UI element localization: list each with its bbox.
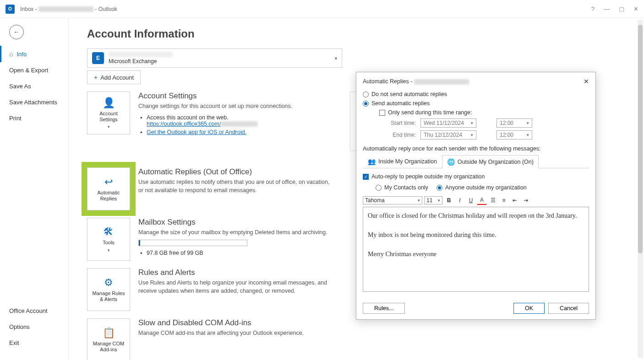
radio-icon <box>437 185 442 191</box>
nav-info[interactable]: ⌂Info <box>0 46 68 62</box>
minimize-icon[interactable]: — <box>604 5 610 12</box>
section-title: Automatic Replies (Out of Office) <box>138 167 335 177</box>
bullet-item: Get the Outlook app for iOS or Android. <box>147 128 335 136</box>
cancel-button[interactable]: Cancel <box>548 303 589 314</box>
title-bar: O Inbox - - Outlook ? — ▢ ✕ <box>0 0 644 18</box>
title-text: Inbox - - Outlook <box>20 6 117 12</box>
font-color-button[interactable]: A <box>477 196 486 205</box>
account-type: Microsoft Exchange <box>109 58 335 64</box>
ok-button[interactable]: OK <box>513 303 545 314</box>
section-title: Rules and Alerts <box>138 268 335 277</box>
section-desc: Change settings for this account or set … <box>138 102 335 111</box>
bullet-item: Access this account on the web.https://o… <box>147 113 335 128</box>
italic-button[interactable]: I <box>455 196 464 205</box>
radio-do-not-send[interactable]: Do not send automatic replies <box>363 90 589 99</box>
radio-icon <box>363 91 369 97</box>
end-date-combo[interactable]: Thu 12/12/2024▾ <box>420 130 476 140</box>
checkbox-icon <box>379 110 385 116</box>
outdent-button[interactable]: ⇤ <box>510 196 519 205</box>
chevron-down-icon: ▾ <box>108 248 110 253</box>
bold-button[interactable]: B <box>444 196 453 205</box>
section-desc: Use automatic replies to notify others t… <box>138 178 335 194</box>
section-desc: Manage the size of your mailbox by empty… <box>138 229 335 237</box>
dialog-title: Automatic Replies - <box>363 78 469 85</box>
tools-icon: 🛠 <box>104 226 114 238</box>
bullet-list-button[interactable]: ☰ <box>488 196 497 205</box>
arrow-left-icon: ← <box>13 28 20 36</box>
radio-icon <box>363 101 369 107</box>
nav-office-account[interactable]: Office Account <box>0 303 69 319</box>
storage-text: 97.8 GB free of 99 GB <box>147 249 335 257</box>
nav-open-export[interactable]: Open & Export <box>0 62 68 78</box>
rules-alerts-tile[interactable]: ⚙ Manage Rules & Alerts <box>87 268 130 311</box>
home-icon: ⌂ <box>9 50 13 58</box>
nav-print[interactable]: Print <box>0 110 68 126</box>
checkbox-time-range[interactable]: Only send during this time range: <box>363 108 589 117</box>
nav-exit[interactable]: Exit <box>0 335 69 351</box>
checkbox-auto-reply-outside[interactable]: ✓ Auto-reply to people outside my organi… <box>363 172 589 181</box>
chevron-down-icon: ▾ <box>108 124 110 129</box>
chevron-down-icon: ▾ <box>335 56 337 61</box>
tab-outside-org[interactable]: 🌐 Outside My Organization (On) <box>442 155 539 168</box>
scrollbar[interactable] <box>638 20 643 358</box>
sidebar: ← ⌂Info Open & Export Save As Save Attac… <box>0 18 69 360</box>
indent-button[interactable]: ⇥ <box>521 196 530 205</box>
section-title: Mailbox Settings <box>138 218 335 227</box>
start-date-combo[interactable]: Wed 11/12/2024▾ <box>420 118 476 128</box>
help-icon[interactable]: ? <box>591 5 595 12</box>
exchange-icon: E <box>92 52 104 64</box>
start-time-combo[interactable]: 12:00▾ <box>497 118 532 128</box>
number-list-button[interactable]: ≡ <box>499 196 508 205</box>
radio-icon <box>376 185 382 191</box>
scroll-thumb[interactable] <box>638 25 643 253</box>
maximize-icon[interactable]: ▢ <box>619 5 624 12</box>
radio-anyone[interactable]: Anyone outside my organization <box>437 183 527 192</box>
people-icon: 👥 <box>368 158 376 165</box>
reply-icon: ↩ <box>104 176 113 188</box>
format-toolbar: Tahoma▾ 11▾ B I U A ☰ ≡ ⇤ ⇥ <box>363 196 589 205</box>
font-size-combo[interactable]: 11▾ <box>424 196 442 204</box>
web-access-link[interactable]: https://outlook.office365.com/ <box>147 121 221 127</box>
reply-note: Automatically reply once for each sender… <box>363 145 589 152</box>
end-time-combo[interactable]: 12:00▾ <box>497 130 532 140</box>
nav-save-attachments[interactable]: Save Attachments <box>0 94 68 110</box>
automatic-replies-tile[interactable]: ↩ Automatic Replies <box>87 167 130 210</box>
message-editor[interactable]: Our office is closed for the Christmas h… <box>363 207 589 292</box>
globe-icon: 🌐 <box>447 158 455 166</box>
section-desc: Manage COM add-ins that are affecting yo… <box>138 329 335 338</box>
font-family-combo[interactable]: Tahoma▾ <box>363 196 422 204</box>
account-selector[interactable]: E Microsoft Exchange ▾ <box>87 48 342 68</box>
add-account-button[interactable]: + Add Account <box>87 70 141 84</box>
page-title: Account Information <box>87 27 626 40</box>
gear-bell-icon: ⚙ <box>104 277 113 289</box>
automatic-replies-dialog: Automatic Replies - ✕ Do not send automa… <box>356 72 596 320</box>
user-gear-icon: 👤 <box>103 97 115 109</box>
section-title: Account Settings <box>138 91 335 101</box>
underline-button[interactable]: U <box>466 196 475 205</box>
section-title: Slow and Disabled COM Add-ins <box>138 318 335 328</box>
tab-inside-org[interactable]: 👥 Inside My Organization <box>363 155 442 168</box>
back-button[interactable]: ← <box>9 25 24 39</box>
rules-button[interactable]: Rules... <box>363 303 405 314</box>
checkbox-icon: ✓ <box>363 174 369 180</box>
close-icon[interactable]: ✕ <box>633 5 639 12</box>
outlook-logo-icon: O <box>5 5 15 14</box>
storage-bar <box>138 240 247 246</box>
tools-tile[interactable]: 🛠 Tools ▾ <box>87 218 130 261</box>
app-link[interactable]: Get the Outlook app for iOS or Android. <box>147 129 246 135</box>
start-time-label: Start time: <box>388 120 416 126</box>
account-settings-tile[interactable]: 👤 Account Settings ▾ <box>87 91 130 134</box>
radio-contacts-only[interactable]: My Contacts only <box>376 183 428 192</box>
addin-icon: 📋 <box>103 327 115 339</box>
nav-options[interactable]: Options <box>0 319 69 335</box>
account-email <box>109 52 173 57</box>
nav-save-as[interactable]: Save As <box>0 78 68 94</box>
section-desc: Use Rules and Alerts to help organize yo… <box>138 279 335 295</box>
plus-icon: + <box>94 74 98 81</box>
close-icon[interactable]: ✕ <box>584 78 589 85</box>
com-addins-tile[interactable]: 📋 Manage COM Add-ins <box>87 318 130 360</box>
end-time-label: End time: <box>388 132 416 138</box>
radio-send[interactable]: Send automatic replies <box>363 99 589 108</box>
